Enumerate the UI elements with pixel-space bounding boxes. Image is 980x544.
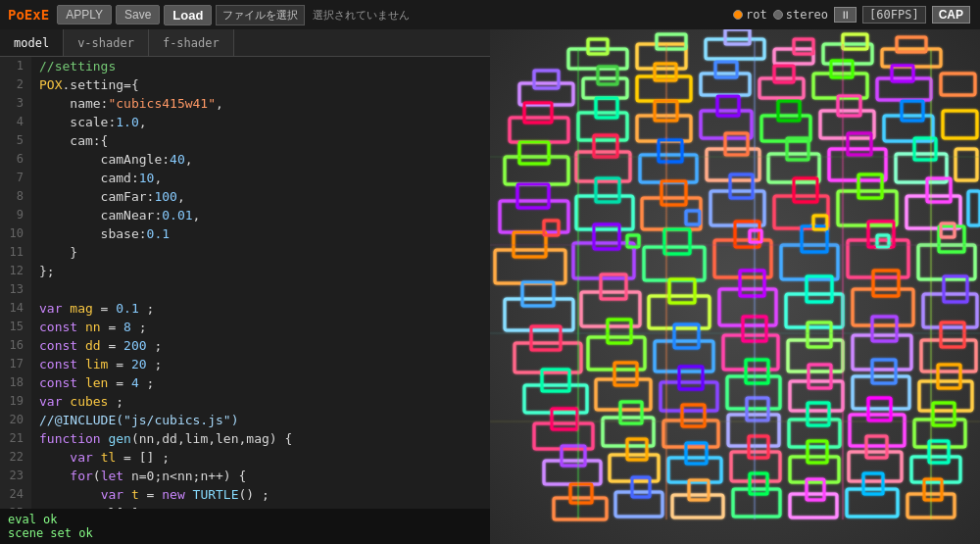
line-number: 13 [0, 280, 31, 299]
code-line: 14var mag = 0.1 ; [0, 299, 490, 318]
apply-button[interactable]: APPLY [57, 5, 112, 25]
code-editor[interactable]: 1//settings2POX.setting={3 name:"cubics4… [0, 57, 490, 509]
cap-button[interactable]: CAP [932, 6, 970, 24]
line-content: scale:1.0, [31, 113, 147, 131]
svg-rect-88 [522, 282, 554, 306]
rot-radio[interactable] [733, 10, 743, 20]
line-content: } [31, 243, 77, 262]
scene-view[interactable] [490, 29, 980, 544]
svg-rect-94 [740, 271, 764, 296]
file-none-label: 選択されていません [313, 8, 410, 23]
code-line: 8 camFar:100, [0, 187, 490, 206]
line-content: //@INCLUDE("js/cubics.js") [31, 411, 239, 429]
stereo-label: stereo [786, 8, 828, 22]
code-line: 13 [0, 280, 490, 299]
brand-label: PoExE [4, 5, 53, 25]
save-button[interactable]: Save [116, 5, 160, 25]
svg-rect-92 [669, 279, 695, 303]
line-number: 24 [0, 485, 31, 504]
stereo-radio[interactable] [773, 10, 783, 20]
svg-rect-42 [505, 157, 568, 184]
line-content: sbase:0.1 [31, 224, 170, 243]
code-line: 4 scale:1.0, [0, 113, 490, 131]
svg-rect-98 [873, 271, 899, 296]
tab-vshader[interactable]: v-shader [64, 29, 149, 56]
svg-rect-34 [717, 96, 739, 116]
main-area: model v-shader f-shader 1//settings2POX.… [0, 29, 980, 544]
pause-button[interactable]: ⏸ [834, 7, 857, 23]
code-line: 22 var tl = [] ; [0, 448, 490, 467]
svg-rect-40 [902, 101, 923, 121]
svg-rect-53 [848, 133, 871, 155]
svg-rect-158 [570, 484, 592, 503]
svg-rect-112 [872, 317, 897, 341]
line-number: 2 [0, 75, 31, 94]
svg-rect-118 [614, 363, 637, 385]
line-number: 18 [0, 373, 31, 392]
svg-rect-142 [933, 403, 955, 425]
status-line2: scene set ok [8, 526, 482, 540]
svg-rect-161 [672, 495, 723, 518]
tab-bar: model v-shader f-shader [0, 29, 490, 57]
code-line: 5 cam:{ [0, 131, 490, 150]
line-number: 23 [0, 467, 31, 485]
svg-rect-147 [668, 458, 721, 482]
line-content: }; [31, 262, 55, 280]
svg-rect-152 [808, 441, 827, 463]
status-bar: eval ok scene set ok [0, 509, 490, 544]
svg-rect-137 [789, 420, 840, 447]
svg-rect-47 [659, 140, 682, 162]
line-number: 7 [0, 169, 31, 187]
svg-rect-123 [790, 381, 843, 411]
svg-rect-19 [715, 62, 737, 77]
line-number: 20 [0, 411, 31, 429]
svg-rect-1 [588, 39, 608, 54]
line-number: 22 [0, 448, 31, 467]
svg-rect-128 [938, 365, 960, 388]
svg-rect-109 [788, 340, 843, 371]
line-number: 12 [0, 262, 31, 280]
line-content: camd:10, [31, 169, 162, 187]
line-number: 9 [0, 206, 31, 224]
tab-model[interactable]: model [0, 29, 64, 56]
load-button[interactable]: Load [164, 5, 212, 25]
file-choose-button[interactable]: ファイルを選択 [216, 5, 305, 25]
code-line: 11 } [0, 243, 490, 262]
code-line: 23 for(let n=0;n<nn;n++) { [0, 467, 490, 485]
code-line: 6 camAngle:40, [0, 150, 490, 169]
svg-rect-165 [790, 494, 837, 518]
code-line: 2POX.setting={ [0, 75, 490, 94]
code-line: 24 var t = new TURTLE() ; [0, 485, 490, 504]
line-content: POX.setting={ [31, 75, 139, 94]
svg-rect-62 [662, 181, 686, 205]
svg-rect-127 [919, 381, 972, 411]
svg-rect-85 [939, 226, 964, 252]
svg-rect-164 [750, 473, 767, 494]
svg-rect-49 [725, 133, 748, 155]
svg-rect-3 [657, 34, 686, 49]
line-content: var cubes ; [31, 392, 123, 411]
code-line: 9 camNear:0.01, [0, 206, 490, 224]
code-line: 15const nn = 8 ; [0, 318, 490, 336]
code-line: 1//settings [0, 57, 490, 75]
svg-rect-56 [956, 149, 977, 180]
svg-rect-120 [679, 367, 703, 389]
line-content [31, 280, 39, 299]
svg-rect-68 [858, 174, 882, 198]
line-number: 10 [0, 224, 31, 243]
svg-rect-156 [929, 441, 949, 463]
svg-rect-5 [725, 29, 750, 44]
code-line: 18const len = 4 ; [0, 373, 490, 392]
svg-rect-104 [608, 320, 631, 343]
line-content: camAngle:40, [31, 150, 193, 169]
svg-rect-4 [706, 39, 764, 59]
code-line: 16const dd = 200 ; [0, 336, 490, 355]
line-number: 4 [0, 113, 31, 131]
code-line: 10 sbase:0.1 [0, 224, 490, 243]
svg-rect-77 [664, 229, 690, 254]
line-number: 19 [0, 392, 31, 411]
svg-rect-80 [781, 245, 838, 279]
tab-fshader[interactable]: f-shader [149, 29, 234, 56]
svg-rect-168 [863, 473, 883, 494]
svg-rect-45 [594, 135, 617, 157]
